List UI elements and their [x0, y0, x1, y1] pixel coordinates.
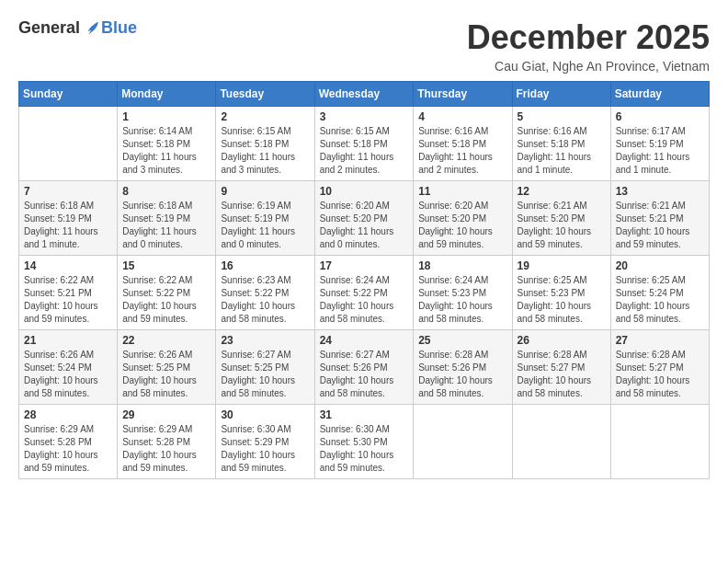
day-info: Sunrise: 6:16 AMSunset: 5:18 PMDaylight:… — [418, 125, 506, 177]
day-info: Sunrise: 6:22 AMSunset: 5:21 PMDaylight:… — [24, 274, 112, 326]
weekday-header-friday: Friday — [512, 82, 610, 107]
day-info: Sunrise: 6:30 AMSunset: 5:29 PMDaylight:… — [221, 423, 309, 475]
day-number: 16 — [221, 259, 309, 272]
day-info: Sunrise: 6:26 AMSunset: 5:25 PMDaylight:… — [122, 349, 210, 400]
day-info: Sunrise: 6:19 AMSunset: 5:19 PMDaylight:… — [221, 200, 309, 251]
title-area: December 2025 Cau Giat, Nghe An Province… — [467, 18, 710, 74]
logo-general-text: General — [18, 18, 80, 38]
day-number: 12 — [518, 185, 606, 198]
calendar-cell: 28Sunrise: 6:29 AMSunset: 5:28 PMDayligh… — [19, 405, 118, 479]
day-number: 8 — [122, 185, 210, 198]
calendar-cell: 2Sunrise: 6:15 AMSunset: 5:18 PMDaylight… — [216, 107, 314, 181]
calendar-cell: 11Sunrise: 6:20 AMSunset: 5:20 PMDayligh… — [414, 181, 512, 256]
calendar-cell: 24Sunrise: 6:27 AMSunset: 5:26 PMDayligh… — [314, 330, 414, 405]
day-number: 20 — [616, 259, 704, 272]
calendar-week-4: 21Sunrise: 6:26 AMSunset: 5:24 PMDayligh… — [19, 330, 710, 405]
day-number: 3 — [320, 110, 409, 123]
calendar-cell: 29Sunrise: 6:29 AMSunset: 5:28 PMDayligh… — [118, 405, 216, 479]
weekday-header-monday: Monday — [118, 82, 216, 107]
calendar-cell: 7Sunrise: 6:18 AMSunset: 5:19 PMDaylight… — [19, 181, 118, 256]
day-info: Sunrise: 6:27 AMSunset: 5:26 PMDaylight:… — [320, 349, 409, 400]
calendar-cell: 22Sunrise: 6:26 AMSunset: 5:25 PMDayligh… — [118, 330, 216, 405]
day-info: Sunrise: 6:26 AMSunset: 5:24 PMDaylight:… — [24, 349, 112, 400]
calendar-cell: 20Sunrise: 6:25 AMSunset: 5:24 PMDayligh… — [610, 256, 709, 330]
calendar-cell: 18Sunrise: 6:24 AMSunset: 5:23 PMDayligh… — [414, 256, 512, 330]
day-info: Sunrise: 6:28 AMSunset: 5:27 PMDaylight:… — [518, 349, 606, 400]
day-info: Sunrise: 6:29 AMSunset: 5:28 PMDaylight:… — [24, 423, 112, 475]
calendar-cell: 17Sunrise: 6:24 AMSunset: 5:22 PMDayligh… — [314, 256, 414, 330]
calendar-body: 1Sunrise: 6:14 AMSunset: 5:18 PMDaylight… — [19, 107, 710, 479]
calendar-table: SundayMondayTuesdayWednesdayThursdayFrid… — [18, 81, 710, 479]
day-number: 23 — [221, 334, 309, 347]
location-subtitle: Cau Giat, Nghe An Province, Vietnam — [467, 59, 710, 74]
calendar-cell: 31Sunrise: 6:30 AMSunset: 5:30 PMDayligh… — [314, 405, 414, 479]
weekday-header-tuesday: Tuesday — [216, 82, 314, 107]
day-number: 25 — [418, 334, 506, 347]
day-number: 15 — [122, 259, 210, 272]
calendar-cell: 23Sunrise: 6:27 AMSunset: 5:25 PMDayligh… — [216, 330, 314, 405]
calendar-cell: 27Sunrise: 6:28 AMSunset: 5:27 PMDayligh… — [610, 330, 709, 405]
weekday-header-wednesday: Wednesday — [314, 82, 414, 107]
calendar-cell: 6Sunrise: 6:17 AMSunset: 5:19 PMDaylight… — [610, 107, 709, 181]
calendar-cell — [414, 405, 512, 479]
calendar-cell: 3Sunrise: 6:15 AMSunset: 5:18 PMDaylight… — [314, 107, 414, 181]
calendar-cell: 25Sunrise: 6:28 AMSunset: 5:26 PMDayligh… — [414, 330, 512, 405]
calendar-week-3: 14Sunrise: 6:22 AMSunset: 5:21 PMDayligh… — [19, 256, 710, 330]
day-number: 6 — [616, 110, 704, 123]
page-header: General Blue December 2025 Cau Giat, Ngh… — [18, 18, 710, 74]
day-info: Sunrise: 6:15 AMSunset: 5:18 PMDaylight:… — [221, 125, 309, 177]
day-number: 9 — [221, 185, 309, 198]
calendar-cell — [19, 107, 118, 181]
day-number: 26 — [518, 334, 606, 347]
day-info: Sunrise: 6:17 AMSunset: 5:19 PMDaylight:… — [616, 125, 704, 177]
calendar-cell: 4Sunrise: 6:16 AMSunset: 5:18 PMDaylight… — [414, 107, 512, 181]
logo-bird-icon — [82, 19, 100, 38]
day-number: 7 — [24, 185, 112, 198]
day-info: Sunrise: 6:18 AMSunset: 5:19 PMDaylight:… — [122, 200, 210, 251]
logo-blue-text: Blue — [101, 18, 137, 38]
calendar-cell — [610, 405, 709, 479]
calendar-cell: 15Sunrise: 6:22 AMSunset: 5:22 PMDayligh… — [118, 256, 216, 330]
calendar-cell: 5Sunrise: 6:16 AMSunset: 5:18 PMDaylight… — [512, 107, 610, 181]
calendar-cell: 16Sunrise: 6:23 AMSunset: 5:22 PMDayligh… — [216, 256, 314, 330]
day-info: Sunrise: 6:21 AMSunset: 5:20 PMDaylight:… — [518, 200, 606, 251]
day-info: Sunrise: 6:20 AMSunset: 5:20 PMDaylight:… — [418, 200, 506, 251]
weekday-header-thursday: Thursday — [414, 82, 512, 107]
day-info: Sunrise: 6:30 AMSunset: 5:30 PMDaylight:… — [320, 423, 409, 475]
calendar-week-5: 28Sunrise: 6:29 AMSunset: 5:28 PMDayligh… — [19, 405, 710, 479]
day-number: 14 — [24, 259, 112, 272]
day-number: 21 — [24, 334, 112, 347]
weekday-header-sunday: Sunday — [19, 82, 118, 107]
weekday-header-saturday: Saturday — [610, 82, 709, 107]
day-info: Sunrise: 6:15 AMSunset: 5:18 PMDaylight:… — [320, 125, 409, 177]
day-number: 18 — [418, 259, 506, 272]
day-number: 24 — [320, 334, 409, 347]
calendar-cell: 1Sunrise: 6:14 AMSunset: 5:18 PMDaylight… — [118, 107, 216, 181]
calendar-cell: 30Sunrise: 6:30 AMSunset: 5:29 PMDayligh… — [216, 405, 314, 479]
logo: General Blue — [18, 18, 137, 38]
month-title: December 2025 — [467, 18, 710, 57]
day-number: 11 — [418, 185, 506, 198]
day-info: Sunrise: 6:29 AMSunset: 5:28 PMDaylight:… — [122, 423, 210, 475]
day-number: 13 — [616, 185, 704, 198]
calendar-cell — [512, 405, 610, 479]
day-number: 28 — [24, 408, 112, 421]
day-info: Sunrise: 6:25 AMSunset: 5:23 PMDaylight:… — [518, 274, 606, 326]
day-info: Sunrise: 6:21 AMSunset: 5:21 PMDaylight:… — [616, 200, 704, 251]
day-info: Sunrise: 6:24 AMSunset: 5:23 PMDaylight:… — [418, 274, 506, 326]
day-number: 1 — [122, 110, 210, 123]
day-info: Sunrise: 6:14 AMSunset: 5:18 PMDaylight:… — [122, 125, 210, 177]
day-number: 10 — [320, 185, 409, 198]
calendar-cell: 14Sunrise: 6:22 AMSunset: 5:21 PMDayligh… — [19, 256, 118, 330]
calendar-cell: 12Sunrise: 6:21 AMSunset: 5:20 PMDayligh… — [512, 181, 610, 256]
day-number: 30 — [221, 408, 309, 421]
day-info: Sunrise: 6:28 AMSunset: 5:27 PMDaylight:… — [616, 349, 704, 400]
calendar-week-2: 7Sunrise: 6:18 AMSunset: 5:19 PMDaylight… — [19, 181, 710, 256]
day-info: Sunrise: 6:18 AMSunset: 5:19 PMDaylight:… — [24, 200, 112, 251]
calendar-cell: 10Sunrise: 6:20 AMSunset: 5:20 PMDayligh… — [314, 181, 414, 256]
calendar-cell: 26Sunrise: 6:28 AMSunset: 5:27 PMDayligh… — [512, 330, 610, 405]
calendar-week-1: 1Sunrise: 6:14 AMSunset: 5:18 PMDaylight… — [19, 107, 710, 181]
day-info: Sunrise: 6:20 AMSunset: 5:20 PMDaylight:… — [320, 200, 409, 251]
day-number: 4 — [418, 110, 506, 123]
day-info: Sunrise: 6:23 AMSunset: 5:22 PMDaylight:… — [221, 274, 309, 326]
